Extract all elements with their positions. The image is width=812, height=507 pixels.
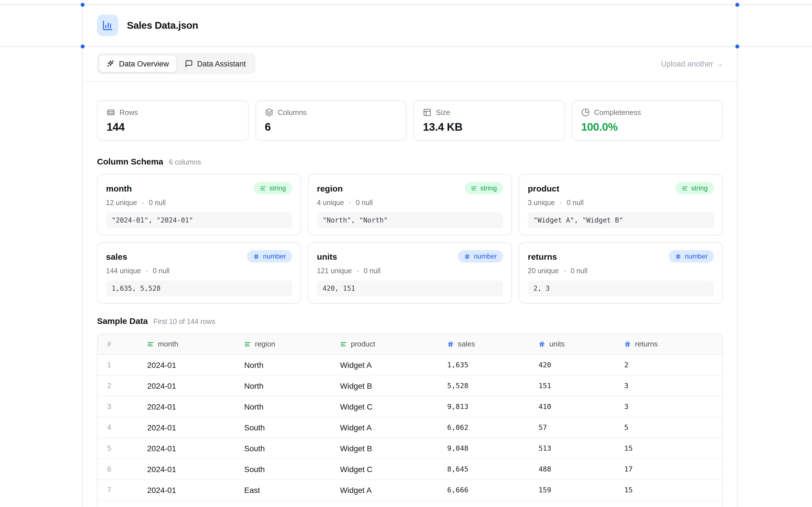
column-name: month xyxy=(106,183,132,193)
cell-product: Widget C xyxy=(333,459,441,480)
stat-card-rows: Rows 144 xyxy=(97,100,248,141)
cell-units: 151 xyxy=(532,375,617,396)
layers-icon xyxy=(265,108,273,117)
stats-row: Rows 144 Columns 6 xyxy=(97,100,723,141)
cell-units: 488 xyxy=(532,459,617,480)
null-count: 0 null xyxy=(356,199,373,207)
column-schema-section: Column Schema 6 columns month string xyxy=(97,157,723,304)
section-subtitle: 6 columns xyxy=(169,158,201,166)
table-row: 5 2024-01 South Widget B 9,048 513 15 xyxy=(98,438,723,459)
toolbar: Data Overview Data Assistant Upload anot… xyxy=(83,46,737,81)
unique-count: 12 unique xyxy=(106,199,137,207)
dot-separator xyxy=(564,270,566,272)
row-number: 7 xyxy=(98,480,140,500)
file-panel: Sales Data.json Data Overview xyxy=(82,4,738,507)
design-canvas: Sales Data.json Data Overview xyxy=(0,0,812,507)
cell-sales: 1,635 xyxy=(441,354,532,375)
chat-bubble-icon xyxy=(185,60,193,68)
sample-values: 2, 3 xyxy=(528,281,714,296)
schema-card-sales: sales number 144 unique 0 null xyxy=(97,242,301,304)
header-sales: sales xyxy=(441,334,532,354)
cell-month: 2024-01 xyxy=(140,438,238,459)
type-label: string xyxy=(269,184,286,192)
schema-card-month: month string 12 unique 0 null xyxy=(97,174,301,235)
unique-count: 20 unique xyxy=(528,267,559,275)
table-row: 7 2024-01 East Widget A 6,666 159 15 xyxy=(98,480,723,500)
null-count: 0 null xyxy=(364,267,380,275)
cell-region: North xyxy=(238,375,333,396)
dot-separator xyxy=(146,270,148,272)
header-product: product xyxy=(333,334,441,354)
text-lines-icon xyxy=(681,185,688,191)
header-returns: returns xyxy=(617,334,723,354)
selection-handle[interactable] xyxy=(81,45,85,48)
cell-units: 420 xyxy=(532,354,617,375)
hash-icon xyxy=(539,341,545,348)
column-name: units xyxy=(317,251,337,261)
tab-data-assistant[interactable]: Data Assistant xyxy=(177,55,253,72)
sample-values: 420, 151 xyxy=(317,281,503,296)
cell-month: 2024-01 xyxy=(140,396,238,417)
stat-label: Size xyxy=(436,108,450,117)
cell-units: 513 xyxy=(532,438,617,459)
rows-icon xyxy=(107,108,115,117)
dot-separator xyxy=(349,202,351,204)
row-number: 3 xyxy=(98,396,140,417)
hash-icon xyxy=(675,253,681,260)
cell-sales: 6,062 xyxy=(441,417,532,438)
header-divider xyxy=(83,81,737,82)
unique-count: 4 unique xyxy=(317,199,344,207)
dot-separator xyxy=(142,202,144,204)
type-label: number xyxy=(685,252,708,260)
cell-sales: 6,666 xyxy=(441,480,532,500)
type-badge: string xyxy=(253,182,292,194)
type-label: number xyxy=(263,252,286,260)
cell-product: Widget A xyxy=(333,354,441,375)
cell-product: Widget B xyxy=(333,375,441,396)
file-header: Sales Data.json xyxy=(83,4,737,46)
type-badge: string xyxy=(675,182,714,194)
cell-region: South xyxy=(238,417,333,438)
cell-sales: 5,528 xyxy=(441,375,532,396)
text-lines-icon xyxy=(147,341,154,348)
dot-separator xyxy=(357,270,359,272)
stat-label: Columns xyxy=(278,108,307,117)
header-region: region xyxy=(238,334,333,354)
text-lines-icon xyxy=(244,341,251,348)
text-lines-icon xyxy=(340,341,347,348)
sample-values: "North", "North" xyxy=(317,212,503,228)
tab-data-overview[interactable]: Data Overview xyxy=(99,55,176,72)
column-name: sales xyxy=(106,251,127,261)
cell-region: South xyxy=(238,459,333,480)
stat-card-columns: Columns 6 xyxy=(255,100,407,141)
stat-card-size: Size 13.4 KB xyxy=(413,100,565,141)
selection-handle[interactable] xyxy=(81,3,85,7)
table-row: 4 2024-01 South Widget A 6,062 57 5 xyxy=(98,417,723,438)
type-badge: number xyxy=(458,250,503,263)
sample-values: 1,635, 5,528 xyxy=(106,281,292,296)
column-name: region xyxy=(317,183,343,193)
schema-card-returns: returns number 20 unique 0 null xyxy=(519,242,723,304)
schema-card-units: units number 121 unique 0 null xyxy=(308,242,512,304)
selection-handle[interactable] xyxy=(735,3,739,7)
stat-value: 6 xyxy=(265,121,397,133)
table-row: 1 2024-01 North Widget A 1,635 420 2 xyxy=(98,354,723,375)
cell-returns: 3 xyxy=(617,375,723,396)
cell-region: East xyxy=(238,480,333,500)
row-number: 2 xyxy=(98,375,140,396)
tab-bar: Data Overview Data Assistant xyxy=(97,53,255,74)
null-count: 0 null xyxy=(571,267,588,275)
sample-data-table: # month region product sales units retur… xyxy=(97,334,723,507)
hash-icon xyxy=(464,253,470,260)
cell-returns: 15 xyxy=(617,438,723,459)
cell-units: 410 xyxy=(532,396,617,417)
table-row: 6 2024-01 South Widget C 8,645 488 17 xyxy=(98,459,723,480)
stat-card-completeness: Completeness 100.0% xyxy=(571,100,723,141)
selection-handle[interactable] xyxy=(735,45,739,48)
tab-label: Data Overview xyxy=(119,59,169,68)
row-number: 6 xyxy=(98,459,140,480)
unique-count: 121 unique xyxy=(317,267,352,275)
upload-another-link[interactable]: Upload another → xyxy=(661,59,723,68)
row-number: 4 xyxy=(98,417,140,438)
text-lines-icon xyxy=(470,185,477,191)
